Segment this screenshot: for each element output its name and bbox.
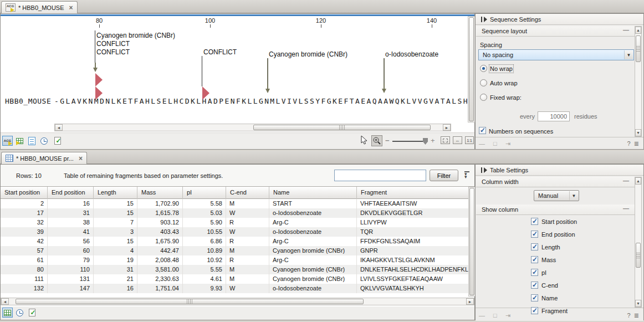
table-row[interactable]: 4256151,675.906.86RArg-CFFDKFGNLSSAQAIM xyxy=(1,237,469,246)
help-icon[interactable]: ? xyxy=(627,140,631,147)
table-cell: 132 xyxy=(1,284,48,293)
sequence-vscrollbar[interactable] xyxy=(468,16,475,122)
column-width-group-header[interactable]: Column width — xyxy=(476,177,635,187)
filter-input[interactable] xyxy=(334,170,426,181)
element-info-view-button[interactable] xyxy=(52,136,63,146)
column-header-mass[interactable]: Mass xyxy=(137,187,183,199)
show-column-checkbox[interactable] xyxy=(531,294,538,301)
filter-button[interactable]: Filter xyxy=(430,170,458,181)
tab-hbb0-mouse-table[interactable]: * HBB0_MOUSE pr... × xyxy=(1,152,87,164)
conflict-marker-icon[interactable] xyxy=(202,86,209,100)
collapse-group-icon[interactable]: — xyxy=(623,27,629,33)
text-view-button[interactable] xyxy=(27,136,37,146)
panel-handle-icon xyxy=(481,17,482,22)
scroll-down-icon[interactable]: ▼ xyxy=(635,129,641,136)
wrap-option-radio[interactable] xyxy=(480,94,487,101)
column-header-end-position[interactable]: End position xyxy=(48,187,94,199)
scroll-up-icon[interactable]: ▲ xyxy=(635,177,641,185)
show-column-checkbox[interactable] xyxy=(531,256,538,263)
sequence-layout-group-header[interactable]: Sequence layout — xyxy=(476,26,635,37)
show-column-checkbox[interactable] xyxy=(531,231,538,238)
table-row[interactable]: 132147161,751.049.93Wo-IodosobenzoateQKL… xyxy=(1,284,469,293)
fit-width-button[interactable]: ↔ xyxy=(453,136,462,144)
panel-dock-icons[interactable]: — □ ⇥ xyxy=(479,140,514,147)
zoom-slider-handle[interactable] xyxy=(423,138,428,145)
sequence-settings-header[interactable]: Sequence Settings xyxy=(476,14,643,25)
scroll-right-icon[interactable]: ► xyxy=(443,124,451,131)
scroll-left-icon[interactable]: ◄ xyxy=(55,124,63,131)
table-row[interactable]: 32387903.125.90RArg-CLLIVYPW xyxy=(1,218,469,227)
show-column-checkbox[interactable] xyxy=(531,282,538,289)
scroll-right-icon[interactable]: ► xyxy=(466,298,474,305)
tab-close-icon[interactable]: × xyxy=(69,4,73,12)
zoom-slider[interactable] xyxy=(392,141,427,142)
cleavage-marker-icon[interactable] xyxy=(265,84,270,93)
table-view-mode-button[interactable] xyxy=(2,308,13,318)
table-row[interactable]: 57604442.4710.89MCyanogen bromide (CNBr)… xyxy=(1,246,469,255)
collapse-group-icon[interactable]: — xyxy=(623,177,629,184)
table-row[interactable]: 80110313,581.005.55MCyanogen bromide (CN… xyxy=(1,265,469,274)
column-header-start-position[interactable]: Start position xyxy=(1,187,48,199)
spacing-dropdown[interactable]: No spacing ▼ xyxy=(478,49,634,60)
history-view-button[interactable] xyxy=(14,308,25,318)
scroll-up-icon[interactable]: ▲ xyxy=(635,27,641,34)
show-column-checkbox[interactable] xyxy=(531,307,538,314)
cleavage-marker-icon[interactable] xyxy=(382,84,387,93)
help-icon[interactable]: ? xyxy=(627,312,631,319)
show-column-checkbox[interactable] xyxy=(531,218,538,225)
table-settings-header[interactable]: Table Settings xyxy=(476,165,643,176)
sequence-hscrollbar[interactable]: ◄ ► xyxy=(54,124,451,131)
vscroll-thumb[interactable] xyxy=(469,188,474,295)
table-row[interactable]: 111131212,330.634.61MCyanogen bromide (C… xyxy=(1,274,469,284)
show-column-checkbox[interactable] xyxy=(531,269,538,276)
table-hscrollbar[interactable]: ◄ ► xyxy=(1,298,474,305)
table-row[interactable]: 216151,702.905.58MSTARTVHFTAEEKAAITSIW xyxy=(1,199,469,208)
panel-menu-icon[interactable]: ≣ xyxy=(634,312,639,319)
selection-tool-button[interactable] xyxy=(361,136,369,146)
vscroll-thumb[interactable] xyxy=(469,17,474,121)
tab-hbb0-mouse[interactable]: ACG * HBB0_MOUSE × xyxy=(1,1,78,13)
scroll-down-icon[interactable]: ▼ xyxy=(635,300,641,307)
vscroll-thumb[interactable] xyxy=(636,243,641,268)
zoom-out-icon[interactable]: − xyxy=(385,136,390,145)
zoom-in-icon xyxy=(372,136,381,145)
sequence-view-mode-button[interactable]: ACG xyxy=(2,136,13,146)
settings-vscrollbar[interactable]: ▲ ▼ xyxy=(635,26,642,137)
conflict-marker-icon[interactable] xyxy=(95,73,103,86)
scroll-left-icon[interactable]: ◄ xyxy=(1,298,9,305)
show-column-checkbox[interactable] xyxy=(531,243,538,251)
column-header-fragment[interactable]: Fragment xyxy=(357,187,469,199)
table-row[interactable]: 6179192,008.4810.92RArg-CIKAHGKKVLTSLGLA… xyxy=(1,255,469,265)
zoom-selection-button[interactable] xyxy=(441,136,450,144)
element-info-view-button[interactable] xyxy=(27,308,37,318)
zoom-in-plus-icon[interactable]: + xyxy=(431,136,435,145)
column-header-pi[interactable]: pI xyxy=(183,187,226,199)
zoom-100-button[interactable]: 1:1 xyxy=(465,136,474,144)
conflict-marker-icon[interactable] xyxy=(95,86,103,100)
wrap-option-radio[interactable] xyxy=(480,65,487,72)
cleavage-marker-icon[interactable] xyxy=(93,63,98,72)
show-column-group-header[interactable]: Show column — xyxy=(476,205,635,215)
panel-menu-icon[interactable]: ≣ xyxy=(634,140,639,147)
hscroll-thumb[interactable] xyxy=(16,299,364,304)
column-header-length[interactable]: Length xyxy=(94,187,137,199)
hscroll-thumb[interactable] xyxy=(253,125,431,130)
vscroll-thumb[interactable] xyxy=(636,35,641,62)
fixed-wrap-residues-input[interactable] xyxy=(538,111,570,121)
wrap-option-radio[interactable] xyxy=(480,79,487,86)
column-header-c-end[interactable]: C-end xyxy=(226,187,269,199)
zoom-tool-button[interactable] xyxy=(371,135,382,146)
panel-dock-icons[interactable]: — □ ⇥ xyxy=(479,312,514,319)
column-width-dropdown[interactable]: Manual ▼ xyxy=(534,190,579,201)
tab-close-icon[interactable]: × xyxy=(79,155,83,162)
table-row[interactable]: 39413403.4310.55Wo-IodosobenzoateTQR xyxy=(1,227,469,237)
settings-vscrollbar[interactable]: ▲ ▼ xyxy=(635,177,642,308)
sequence-text[interactable]: -GLAVKNMDNLKETFAHLSELHCDKLHADPENFKLLGNML… xyxy=(54,97,474,105)
filter-options-icon[interactable]: ▾ ▾ xyxy=(463,170,471,180)
column-header-name[interactable]: Name xyxy=(269,187,357,199)
collapse-group-icon[interactable]: — xyxy=(623,205,629,212)
numbers-on-sequences-checkbox[interactable] xyxy=(479,127,486,134)
table-row[interactable]: 1731151,615.785.03Wo-IodosobenzoateDKVDL… xyxy=(1,208,469,218)
history-view-button[interactable] xyxy=(39,136,49,146)
extract-table-view-button[interactable] xyxy=(14,136,25,146)
